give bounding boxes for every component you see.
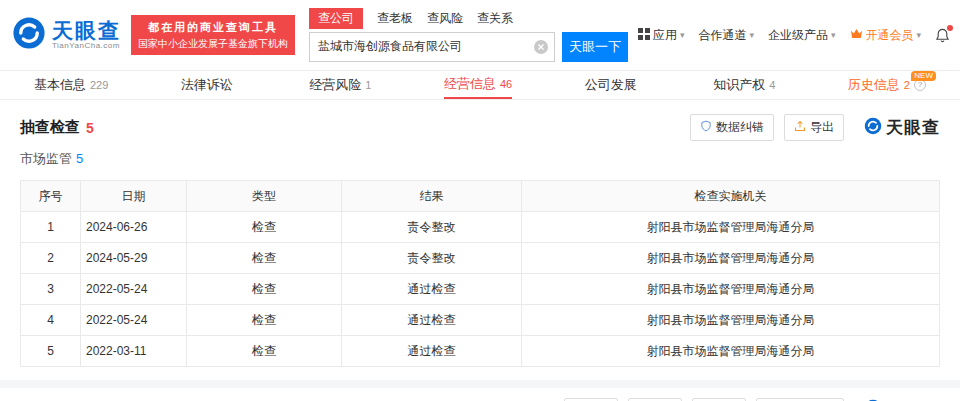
tab-business-info[interactable]: 经营信息46: [444, 71, 512, 99]
slogan-line2: 国家中小企业发展子基金旗下机构: [138, 36, 288, 51]
search-button[interactable]: 天眼一下: [562, 32, 628, 62]
shield-icon: [700, 120, 712, 135]
export-icon: [794, 120, 806, 135]
notification-dot: [947, 25, 953, 31]
menu-cooperation[interactable]: 合作通道▾: [699, 27, 755, 44]
tab-basic-info[interactable]: 基本信息229: [34, 71, 108, 99]
chevron-down-icon: ▾: [917, 30, 922, 40]
tianyancha-logo-icon: [12, 16, 46, 54]
tab-history-info[interactable]: NEW 历史信息2 ?: [848, 71, 926, 99]
clear-icon[interactable]: [534, 40, 548, 58]
search-tab-company[interactable]: 查公司: [309, 8, 363, 29]
table-row: 2 2024-05-29 检查 责令整改 射阳县市场监督管理局海通分局: [21, 243, 940, 274]
col-header-index: 序号: [21, 181, 81, 212]
col-header-date: 日期: [81, 181, 187, 212]
menu-apps[interactable]: 应用▾: [638, 27, 685, 44]
tab-business-risk[interactable]: 经营风险1: [309, 71, 371, 99]
logo-subtitle: TianYanCha.com: [52, 42, 121, 51]
main-content: 抽查检查 5 数据纠错 导出 天眼查 市场监: [0, 114, 960, 401]
chevron-down-icon: ▾: [831, 30, 836, 40]
top-menu: 应用▾ 合作通道▾ 企业级产品▾ 开通会员▾ TYC0...▾: [638, 27, 960, 44]
company-nav-tabs: 基本信息229 法律诉讼 经营风险1 经营信息46 公司发展 知识产权4 NEW…: [0, 70, 960, 100]
top-header: 天眼查 TianYanCha.com 都在用的商业查询工具 国家中小企业发展子基…: [0, 0, 960, 70]
tab-legal-litigation[interactable]: 法律诉讼: [181, 71, 237, 99]
tab-company-development[interactable]: 公司发展: [585, 71, 641, 99]
chevron-down-icon: ▾: [680, 30, 685, 40]
col-header-agency: 检查实施机关: [522, 181, 940, 212]
spot-check-section-header: 抽查检查 5 数据纠错 导出 天眼查: [20, 114, 940, 141]
col-header-type: 类型: [187, 181, 342, 212]
grid-icon: [638, 28, 650, 43]
menu-vip-upgrade[interactable]: 开通会员▾: [850, 27, 922, 44]
notification-bell-icon[interactable]: [935, 28, 950, 43]
table-header-row: 序号 日期 类型 结果 检查实施机关: [21, 181, 940, 212]
section-title: 抽查检查: [20, 118, 80, 137]
tianyancha-watermark: 天眼查: [864, 116, 940, 139]
slogan-badge: 都在用的商业查询工具 国家中小企业发展子基金旗下机构: [131, 15, 295, 55]
search-input[interactable]: [310, 40, 554, 54]
logo-title: 天眼查: [52, 19, 121, 42]
table-row: 5 2022-03-11 检查 通过检查 射阳县市场监督管理局海通分局: [21, 336, 940, 367]
search-area: 查公司 查老板 查风险 查关系 天眼一下: [309, 9, 628, 62]
table-row: 4 2022-05-24 检查 通过检查 射阳县市场监督管理局海通分局: [21, 305, 940, 336]
search-tab-boss[interactable]: 查老板: [377, 8, 413, 29]
search-box: [309, 32, 555, 62]
new-badge: NEW: [911, 71, 936, 81]
spot-check-table: 序号 日期 类型 结果 检查实施机关 1 2024-06-26 检查 责令整改 …: [20, 180, 940, 367]
tab-intellectual-property[interactable]: 知识产权4: [713, 71, 775, 99]
table-row: 3 2022-05-24 检查 通过检查 射阳县市场监督管理局海通分局: [21, 274, 940, 305]
col-header-result: 结果: [342, 181, 522, 212]
export-button[interactable]: 导出: [784, 114, 844, 141]
section-divider: [0, 380, 960, 388]
tianyancha-logo-icon: [864, 117, 882, 139]
search-type-tabs: 查公司 查老板 查风险 查关系: [309, 9, 628, 29]
tianyancha-logo[interactable]: 天眼查 TianYanCha.com: [12, 16, 121, 54]
slogan-line1: 都在用的商业查询工具: [138, 19, 288, 36]
market-supervision-filter[interactable]: 市场监管5: [20, 150, 940, 168]
menu-enterprise-products[interactable]: 企业级产品▾: [768, 27, 836, 44]
chevron-down-icon: ▾: [750, 30, 755, 40]
table-row: 1 2024-06-26 检查 责令整改 射阳县市场监督管理局海通分局: [21, 212, 940, 243]
search-tab-relation[interactable]: 查关系: [477, 8, 513, 29]
crown-icon: [850, 28, 863, 42]
section-count: 5: [86, 120, 94, 136]
search-tab-risk[interactable]: 查风险: [427, 8, 463, 29]
data-correction-button[interactable]: 数据纠错: [690, 114, 774, 141]
